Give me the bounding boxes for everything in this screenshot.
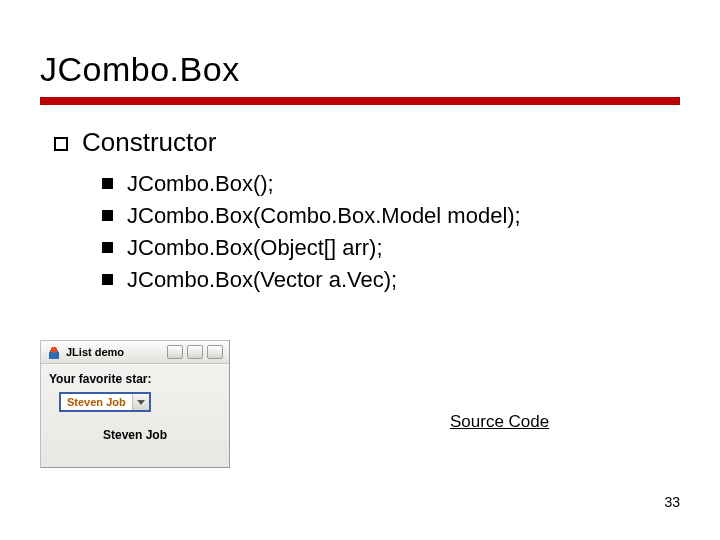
- list-item-text: JCombo.Box();: [127, 168, 274, 200]
- open-square-bullet-icon: [54, 137, 68, 151]
- section-heading: Constructor: [82, 127, 216, 158]
- demo-window-buttons: [167, 345, 223, 359]
- list-item: JCombo.Box(Vector a.Vec);: [102, 264, 680, 296]
- list-item: JCombo.Box(Combo.Box.Model model);: [102, 200, 680, 232]
- slide: JCombo.Box Constructor JCombo.Box(); JCo…: [0, 0, 720, 540]
- demo-titlebar: JList demo: [41, 341, 229, 364]
- solid-square-bullet-icon: [102, 178, 113, 189]
- demo-screenshot: JList demo Your favorite star: Steven Jo…: [40, 340, 230, 468]
- list-item-text: JCombo.Box(Object[] arr);: [127, 232, 383, 264]
- solid-square-bullet-icon: [102, 210, 113, 221]
- chevron-down-icon: [132, 394, 149, 410]
- section-heading-row: Constructor: [54, 127, 680, 158]
- demo-combobox-value: Steven Job: [61, 394, 132, 410]
- page-number: 33: [664, 494, 680, 510]
- java-icon: [47, 345, 61, 359]
- list-item-text: JCombo.Box(Vector a.Vec);: [127, 264, 397, 296]
- title-rule: [40, 97, 680, 105]
- demo-body: Your favorite star: Steven Job Steven Jo…: [41, 364, 229, 450]
- minimize-icon: [167, 345, 183, 359]
- solid-square-bullet-icon: [102, 242, 113, 253]
- source-code-link[interactable]: Source Code: [450, 412, 549, 432]
- slide-title: JCombo.Box: [40, 50, 680, 89]
- demo-window-title: JList demo: [66, 346, 167, 358]
- demo-label: Your favorite star:: [49, 372, 221, 386]
- demo-combobox: Steven Job: [59, 392, 151, 412]
- maximize-icon: [187, 345, 203, 359]
- list-item-text: JCombo.Box(Combo.Box.Model model);: [127, 200, 521, 232]
- demo-selected-text: Steven Job: [49, 428, 221, 442]
- list-item: JCombo.Box(Object[] arr);: [102, 232, 680, 264]
- close-icon: [207, 345, 223, 359]
- solid-square-bullet-icon: [102, 274, 113, 285]
- demo-row: JList demo Your favorite star: Steven Jo…: [40, 340, 680, 468]
- list-item: JCombo.Box();: [102, 168, 680, 200]
- constructor-list: JCombo.Box(); JCombo.Box(Combo.Box.Model…: [102, 168, 680, 296]
